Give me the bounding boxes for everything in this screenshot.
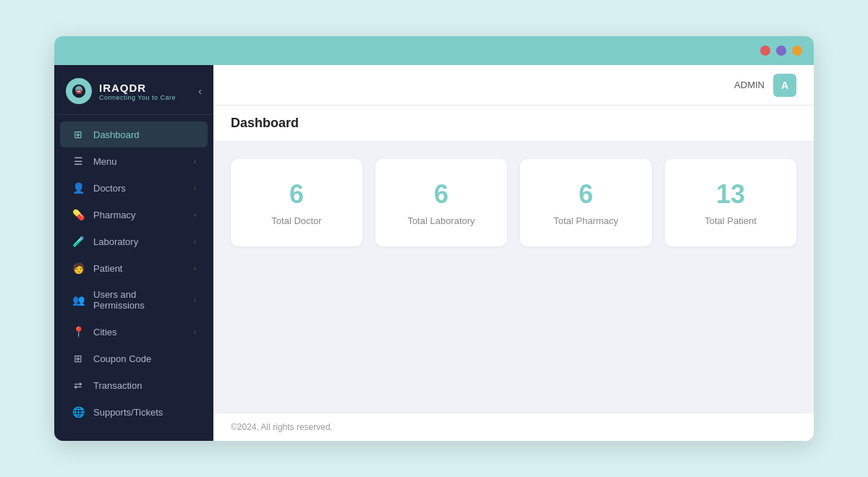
stat-card-total-pharmacy: 6Total Pharmacy bbox=[520, 159, 652, 246]
menu-chevron-icon: › bbox=[194, 158, 196, 166]
stats-cards-section: 6Total Doctor6Total Laboratory6Total Pha… bbox=[213, 142, 814, 264]
logo-icon bbox=[66, 78, 92, 104]
total-laboratory-number: 6 bbox=[434, 179, 448, 210]
laboratory-chevron-icon: › bbox=[194, 238, 196, 246]
sidebar-item-patient[interactable]: 🧑Patient› bbox=[60, 255, 208, 281]
sidebar-item-label-pharmacy: Pharmacy bbox=[93, 210, 136, 220]
doctors-chevron-icon: › bbox=[194, 184, 196, 192]
sidebar-item-menu[interactable]: ☰Menu› bbox=[60, 148, 208, 174]
topbar: ADMIN A bbox=[213, 65, 814, 106]
sidebar: IRAQDR Connecting You to Care ‹ ⊞Dashboa… bbox=[54, 65, 213, 441]
admin-label: ADMIN bbox=[734, 80, 765, 90]
logo-text: IRAQDR Connecting You to Care bbox=[99, 82, 176, 101]
logo-title: IRAQDR bbox=[99, 82, 176, 94]
main-content: Dashboard 6Total Doctor6Total Laboratory… bbox=[213, 106, 814, 413]
menu-icon: ☰ bbox=[72, 155, 85, 167]
laboratory-icon: 🧪 bbox=[72, 236, 85, 247]
sidebar-logo: IRAQDR Connecting You to Care ‹ bbox=[54, 65, 213, 115]
sidebar-item-dashboard[interactable]: ⊞Dashboard bbox=[60, 121, 208, 147]
supports-tickets-icon: 🌐 bbox=[72, 406, 85, 418]
sidebar-item-laboratory[interactable]: 🧪Laboratory› bbox=[60, 228, 208, 254]
cities-icon: 📍 bbox=[72, 326, 85, 338]
main-area: ADMIN A Dashboard 6Total Doctor6Total La… bbox=[213, 65, 814, 441]
stat-card-total-patient: 13Total Patient bbox=[665, 159, 796, 246]
sidebar-item-label-cities: Cities bbox=[93, 327, 117, 338]
sidebar-item-label-coupon-code: Coupon Code bbox=[93, 353, 151, 364]
sidebar-item-label-doctors: Doctors bbox=[93, 183, 126, 194]
sidebar-item-label-dashboard: Dashboard bbox=[93, 129, 140, 140]
minimize-button[interactable] bbox=[776, 46, 786, 56]
total-patient-label: Total Patient bbox=[705, 215, 757, 226]
stat-card-total-laboratory: 6Total Laboratory bbox=[375, 159, 507, 246]
stat-card-total-doctor: 6Total Doctor bbox=[231, 159, 362, 246]
pharmacy-icon: 💊 bbox=[72, 209, 85, 220]
users-permissions-icon: 👥 bbox=[72, 294, 85, 306]
sidebar-item-label-menu: Menu bbox=[93, 156, 117, 167]
sidebar-item-supports-tickets[interactable]: 🌐Supports/Tickets bbox=[60, 399, 208, 425]
sidebar-item-transaction[interactable]: ⇄Transaction bbox=[60, 372, 208, 398]
sidebar-item-pharmacy[interactable]: 💊Pharmacy› bbox=[60, 202, 208, 228]
pharmacy-chevron-icon: › bbox=[194, 211, 196, 219]
dashboard-icon: ⊞ bbox=[72, 129, 85, 140]
footer: ©2024, All rights reserved. bbox=[213, 413, 814, 441]
maximize-button[interactable] bbox=[792, 46, 802, 56]
sidebar-item-label-transaction: Transaction bbox=[93, 380, 142, 391]
close-button[interactable] bbox=[760, 46, 770, 56]
sidebar-item-label-supports-tickets: Supports/Tickets bbox=[93, 407, 163, 418]
sidebar-item-doctors[interactable]: 👤Doctors› bbox=[60, 175, 208, 201]
coupon-code-icon: ⊞ bbox=[72, 353, 85, 364]
sidebar-item-coupon-code[interactable]: ⊞Coupon Code bbox=[60, 345, 208, 371]
doctors-icon: 👤 bbox=[72, 182, 85, 194]
sidebar-item-cities[interactable]: 📍Cities› bbox=[60, 319, 208, 345]
sidebar-item-label-laboratory: Laboratory bbox=[93, 236, 138, 247]
sidebar-collapse-button[interactable]: ‹ bbox=[198, 85, 202, 97]
patient-icon: 🧑 bbox=[72, 262, 85, 274]
cities-chevron-icon: › bbox=[194, 328, 196, 336]
total-pharmacy-label: Total Pharmacy bbox=[553, 215, 618, 226]
sidebar-item-label-patient: Patient bbox=[93, 263, 122, 274]
users-permissions-chevron-icon: › bbox=[194, 296, 196, 304]
sidebar-item-users-permissions[interactable]: 👥Users and Permissions› bbox=[60, 282, 208, 318]
total-doctor-label: Total Doctor bbox=[271, 215, 321, 226]
app-body: IRAQDR Connecting You to Care ‹ ⊞Dashboa… bbox=[54, 65, 814, 441]
total-laboratory-label: Total Laboratory bbox=[407, 215, 475, 226]
transaction-icon: ⇄ bbox=[72, 379, 85, 391]
sidebar-item-label-users-permissions: Users and Permissions bbox=[93, 289, 185, 311]
content-header: Dashboard bbox=[213, 106, 814, 142]
admin-avatar[interactable]: A bbox=[773, 74, 796, 97]
total-patient-number: 13 bbox=[716, 179, 745, 210]
total-doctor-number: 6 bbox=[289, 179, 304, 210]
app-window: IRAQDR Connecting You to Care ‹ ⊞Dashboa… bbox=[54, 36, 814, 441]
total-pharmacy-number: 6 bbox=[579, 179, 593, 210]
patient-chevron-icon: › bbox=[194, 265, 196, 272]
title-bar bbox=[54, 36, 814, 65]
page-title: Dashboard bbox=[231, 116, 299, 130]
svg-rect-2 bbox=[76, 90, 82, 94]
sidebar-nav: ⊞Dashboard☰Menu›👤Doctors›💊Pharmacy›🧪Labo… bbox=[54, 115, 213, 441]
logo-subtitle: Connecting You to Care bbox=[99, 94, 176, 101]
